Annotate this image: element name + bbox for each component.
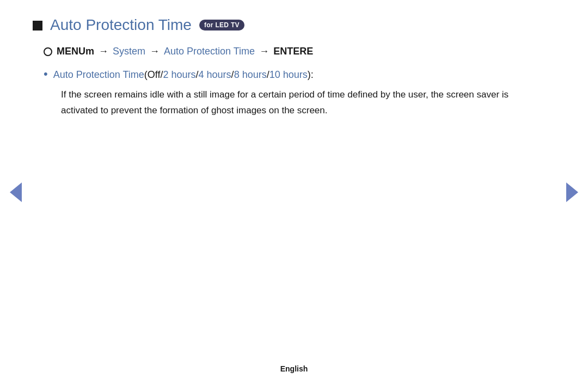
menu-label: MENUm bbox=[57, 46, 94, 57]
page-title: Auto Protection Time bbox=[50, 16, 192, 34]
arrow-1: → bbox=[99, 46, 108, 57]
circle-bullet-icon bbox=[44, 47, 52, 56]
off-option: Off bbox=[148, 69, 161, 81]
nav-right-button[interactable] bbox=[566, 182, 578, 202]
footer-language: English bbox=[280, 364, 308, 373]
bullet-section: • Auto Protection Time ( Off / 2 hours /… bbox=[44, 68, 544, 119]
arrow-2: → bbox=[150, 46, 160, 57]
bullet-line: • Auto Protection Time ( Off / 2 hours /… bbox=[44, 68, 544, 81]
led-badge: for LED TV bbox=[199, 20, 244, 31]
nav-left-button[interactable] bbox=[10, 182, 22, 202]
menu-row: MENUm → System → Auto Protection Time → … bbox=[44, 46, 544, 57]
main-content: Auto Protection Time for LED TV MENUm → … bbox=[0, 0, 588, 119]
title-row: Auto Protection Time for LED TV bbox=[33, 16, 544, 34]
four-hours-option: 4 hours bbox=[199, 69, 231, 81]
description-text: If the screen remains idle with a still … bbox=[61, 87, 540, 119]
close-paren: ): bbox=[308, 69, 314, 81]
arrow-3: → bbox=[259, 46, 269, 57]
system-link: System bbox=[113, 46, 145, 57]
dot-bullet-icon: • bbox=[44, 68, 48, 80]
section-icon bbox=[33, 21, 42, 31]
apt-menu-link: Auto Protection Time bbox=[164, 46, 255, 57]
eight-hours-option: 8 hours bbox=[234, 69, 267, 81]
two-hours-option: 2 hours bbox=[163, 69, 196, 81]
ten-hours-option: 10 hours bbox=[270, 69, 308, 81]
enter-label: ENTERE bbox=[273, 46, 313, 57]
apt-bullet-label: Auto Protection Time bbox=[53, 69, 144, 81]
